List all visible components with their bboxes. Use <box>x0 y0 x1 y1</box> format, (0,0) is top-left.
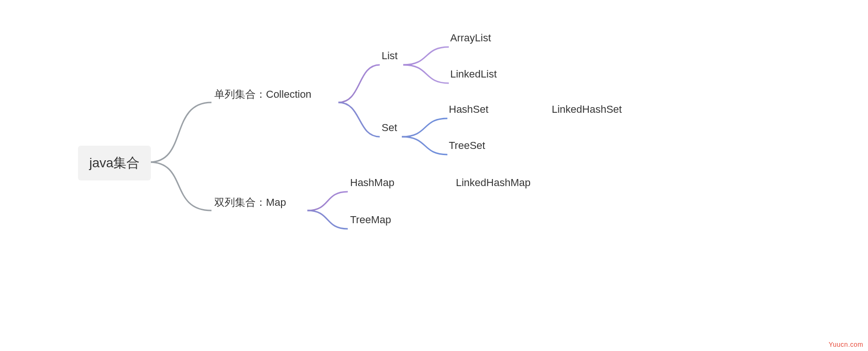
node-linkedhashset[interactable]: LinkedHashSet <box>552 103 622 116</box>
node-set[interactable]: Set <box>382 122 397 134</box>
watermark: Yuucn.com <box>829 341 863 348</box>
node-linkedlist[interactable]: LinkedList <box>450 68 497 80</box>
node-map[interactable]: 双列集合：Map <box>214 195 286 210</box>
node-linkedhashmap[interactable]: LinkedHashMap <box>456 177 531 189</box>
node-list[interactable]: List <box>382 50 398 62</box>
node-treemap[interactable]: TreeMap <box>350 214 391 226</box>
node-collection[interactable]: 单列集合：Collection <box>214 87 312 101</box>
root-node[interactable]: java集合 <box>78 146 151 180</box>
node-hashmap[interactable]: HashMap <box>350 177 394 189</box>
node-arraylist[interactable]: ArrayList <box>450 32 491 44</box>
node-hashset[interactable]: HashSet <box>449 103 488 116</box>
node-treeset[interactable]: TreeSet <box>449 140 485 152</box>
